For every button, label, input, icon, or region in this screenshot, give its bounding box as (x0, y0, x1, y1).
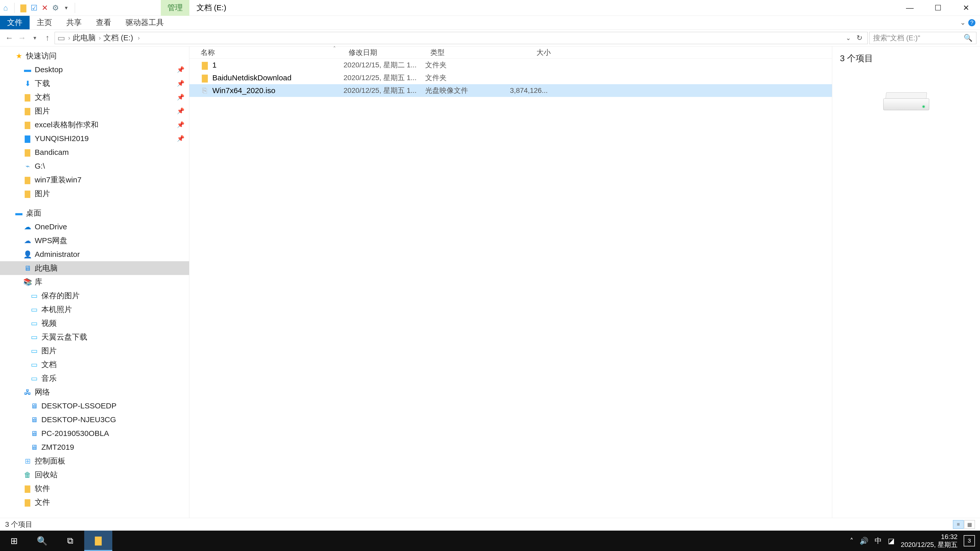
breadcrumb-sep-icon[interactable]: › (68, 35, 70, 41)
nav-wps[interactable]: ☁WPS网盘 (0, 233, 189, 248)
file-date: 2020/12/25, 星期五 1... (344, 73, 425, 83)
breadcrumb-root[interactable]: 此电脑 (73, 33, 96, 43)
address-dropdown-icon[interactable]: ⌄ (846, 35, 851, 41)
pin-icon[interactable]: 📌 (177, 66, 185, 73)
ribbon-tab-view[interactable]: 查看 (89, 16, 118, 29)
nav-videos[interactable]: ▭视频 (0, 316, 189, 330)
view-icons-button[interactable]: ▦ (964, 520, 975, 529)
nav-pictures[interactable]: ▇图片📌 (0, 104, 189, 118)
volume-icon[interactable]: 🔊 (859, 537, 869, 545)
clock[interactable]: 16:32 2020/12/25, 星期五 (900, 533, 958, 549)
column-date[interactable]: 修改日期 (348, 48, 430, 57)
nav-network-pc4[interactable]: 🖥ZMT2019 (0, 440, 189, 454)
ribbon-tab-drive-tools[interactable]: 驱动器工具 (118, 16, 171, 29)
nav-win7-reinstall[interactable]: ▇win7重装win7 (0, 173, 189, 187)
nav-quick-access[interactable]: ★快速访问 (0, 49, 189, 63)
nav-desktop[interactable]: ▬Desktop📌 (0, 63, 189, 76)
start-button[interactable]: ⊞ (0, 530, 28, 551)
navigation-pane[interactable]: ★快速访问 ▬Desktop📌 ⬇下载📌 ▇文档📌 ▇图片📌 ▇excel表格制… (0, 46, 189, 518)
nav-downloads[interactable]: ⬇下载📌 (0, 76, 189, 90)
search-button[interactable]: 🔍 (28, 530, 56, 551)
nav-network-pc1[interactable]: 🖥DESKTOP-LSSOEDP (0, 399, 189, 413)
pin-icon[interactable]: 📌 (177, 107, 185, 114)
view-details-button[interactable]: ≡ (953, 520, 964, 529)
nav-documents-lib[interactable]: ▭文档 (0, 358, 189, 372)
checkbox-icon[interactable]: ☑ (30, 4, 38, 11)
column-headers: 名称˄ 修改日期 类型 大小 (189, 46, 832, 59)
action-center-icon[interactable]: 3 (964, 535, 975, 546)
desktop-icon: ▬ (14, 208, 24, 218)
close-x-icon[interactable]: ✕ (41, 4, 48, 11)
breadcrumb-sep-icon[interactable]: › (138, 35, 140, 41)
back-button[interactable]: ← (3, 32, 15, 44)
file-row[interactable]: ▇BaiduNetdiskDownload2020/12/25, 星期五 1..… (189, 71, 832, 84)
refresh-icon[interactable]: ↻ (854, 34, 865, 42)
picture-icon: ▇ (23, 106, 32, 116)
history-dropdown-icon[interactable]: ▾ (29, 32, 40, 44)
nav-admin[interactable]: 👤Administrator (0, 248, 189, 261)
pin-icon[interactable]: 📌 (177, 80, 185, 87)
preview-pane: 3 个项目 (832, 46, 980, 518)
file-row[interactable]: ⎘Win7x64_2020.iso2020/12/25, 星期五 1...光盘映… (189, 84, 832, 97)
nav-network-pc3[interactable]: 🖥PC-20190530OBLA (0, 427, 189, 440)
nav-camera-roll[interactable]: ▭本机照片 (0, 303, 189, 316)
nav-libraries[interactable]: 📚库 (0, 275, 189, 289)
nav-pictures-lib[interactable]: ▭图片 (0, 344, 189, 358)
column-size[interactable]: 大小 (496, 48, 553, 57)
search-icon[interactable]: 🔍 (964, 34, 973, 42)
gear-icon[interactable]: ⚙ (52, 4, 59, 11)
nav-bandicam[interactable]: ▇Bandicam (0, 145, 189, 159)
ribbon-tab-home[interactable]: 主页 (30, 16, 59, 29)
nav-onedrive[interactable]: ☁OneDrive (0, 220, 189, 233)
ribbon-collapse-icon[interactable]: ⌄ (960, 19, 966, 27)
nav-control-panel[interactable]: ⊞控制面板 (0, 454, 189, 468)
help-icon[interactable]: ? (968, 19, 975, 26)
nav-pictures-2[interactable]: ▇图片 (0, 187, 189, 200)
tray-icon[interactable]: ◪ (888, 537, 894, 545)
ribbon-tab-file[interactable]: 文件 (0, 16, 30, 29)
file-row[interactable]: ▇12020/12/15, 星期二 1...文件夹 (189, 59, 832, 71)
pin-icon[interactable]: 📌 (177, 121, 185, 128)
close-button[interactable]: ✕ (952, 0, 980, 16)
nav-network-pc2[interactable]: 🖥DESKTOP-NJEU3CG (0, 413, 189, 427)
maximize-button[interactable]: ☐ (924, 0, 952, 16)
explorer-icon[interactable]: ▇ (20, 4, 27, 11)
breadcrumb-sep-icon[interactable]: › (99, 35, 101, 41)
qat-dropdown-icon[interactable]: ▾ (62, 4, 70, 11)
pin-icon[interactable]: 📌 (177, 94, 185, 101)
task-view-button[interactable]: ⧉ (56, 530, 84, 551)
file-name: 1 (212, 61, 217, 69)
file-type: 文件夹 (425, 73, 492, 83)
taskbar-explorer[interactable]: ▇ (84, 530, 112, 551)
file-list[interactable]: 名称˄ 修改日期 类型 大小 ▇12020/12/15, 星期二 1...文件夹… (189, 46, 832, 518)
nav-gdrive[interactable]: ⌁G:\ (0, 159, 189, 173)
pin-icon[interactable]: 📌 (177, 135, 185, 142)
column-name[interactable]: 名称˄ (200, 48, 348, 57)
search-input[interactable]: 搜索"文档 (E:)" 🔍 (869, 32, 977, 44)
nav-network[interactable]: 🖧网络 (0, 385, 189, 399)
nav-saved-pictures[interactable]: ▭保存的图片 (0, 289, 189, 303)
desktop-icon: ▬ (23, 65, 32, 74)
address-box[interactable]: ▭ ›此电脑 ›文档 (E:)› ⌄ ↻ (55, 32, 868, 44)
nav-this-pc[interactable]: 🖥此电脑 (0, 261, 189, 275)
nav-tianyi[interactable]: ▭天翼云盘下载 (0, 330, 189, 344)
ribbon-tab-share[interactable]: 共享 (59, 16, 89, 29)
nav-yunqishi[interactable]: ▇YUNQISHI2019📌 (0, 132, 189, 145)
folder-icon: ▇ (23, 498, 32, 507)
tray-overflow-icon[interactable]: ˄ (850, 537, 853, 545)
up-button[interactable]: ↑ (42, 32, 53, 44)
column-type[interactable]: 类型 (430, 48, 496, 57)
nav-software[interactable]: ▇软件 (0, 482, 189, 495)
forward-button[interactable]: → (16, 32, 27, 44)
nav-excel-folder[interactable]: ▇excel表格制作求和📌 (0, 118, 189, 132)
nav-recycle-bin[interactable]: 🗑回收站 (0, 468, 189, 482)
nav-files[interactable]: ▇文件 (0, 495, 189, 509)
picture-icon: ▭ (30, 291, 39, 300)
contextual-tab-manage[interactable]: 管理 (161, 0, 189, 16)
minimize-button[interactable]: — (896, 0, 924, 16)
nav-desktop-root[interactable]: ▬桌面 (0, 206, 189, 220)
ime-indicator[interactable]: 中 (875, 536, 882, 546)
breadcrumb-current[interactable]: 文档 (E:) (103, 33, 133, 43)
nav-documents[interactable]: ▇文档📌 (0, 90, 189, 104)
nav-music[interactable]: ▭音乐 (0, 372, 189, 385)
